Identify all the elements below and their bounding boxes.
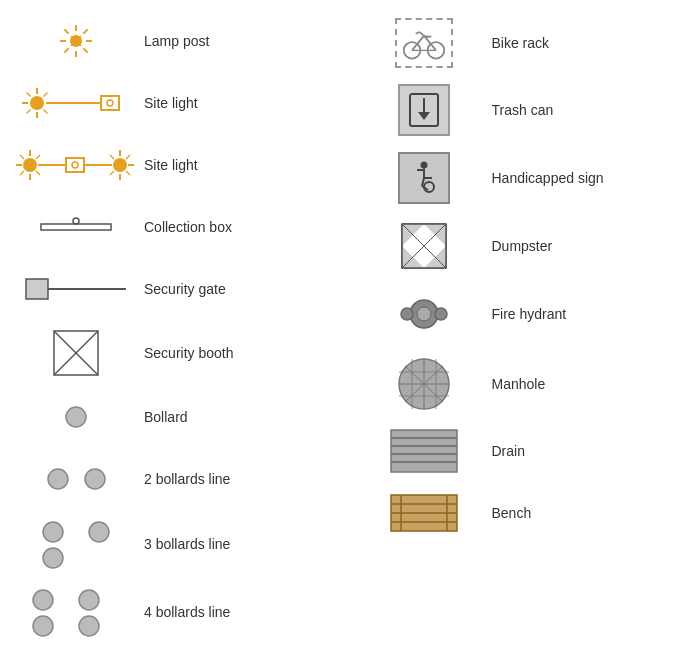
bollards-2-label: 2 bollards line: [136, 471, 332, 487]
trash-can-icon: [364, 84, 484, 136]
collection-box-icon: [16, 213, 136, 241]
svg-point-66: [33, 616, 53, 636]
svg-point-61: [43, 522, 63, 542]
svg-point-100: [401, 308, 413, 320]
manhole-icon: [364, 356, 484, 412]
list-item: Site light: [0, 134, 348, 196]
svg-rect-23: [101, 96, 119, 110]
svg-line-18: [44, 93, 48, 97]
drain-icon: [364, 428, 484, 474]
security-gate-icon: [16, 269, 136, 309]
bike-rack-icon: [364, 18, 484, 68]
bollard-icon: [16, 403, 136, 431]
list-item: Trash can: [348, 76, 696, 144]
bollards-4-icon: [16, 586, 136, 638]
list-item: 2 bollards line: [0, 448, 348, 510]
list-item: Fire hydrant: [348, 280, 696, 348]
svg-line-31: [36, 171, 40, 175]
svg-line-7: [83, 29, 87, 33]
bollards-4-label: 4 bollards line: [136, 604, 332, 620]
svg-point-52: [73, 218, 79, 224]
list-item: Manhole: [348, 348, 696, 420]
svg-marker-79: [418, 112, 430, 120]
svg-point-101: [435, 308, 447, 320]
svg-point-62: [89, 522, 109, 542]
list-item: Lamp post: [0, 10, 348, 72]
bollards-2-icon: [16, 465, 136, 493]
bike-rack-label: Bike rack: [484, 35, 680, 51]
list-item: Handicapped sign: [348, 144, 696, 212]
svg-rect-53: [26, 279, 48, 299]
svg-line-30: [20, 155, 24, 159]
fire-hydrant-icon: [364, 288, 484, 340]
security-booth-label: Security booth: [136, 345, 332, 361]
svg-line-46: [126, 171, 130, 175]
svg-line-32: [36, 155, 40, 159]
site-light-double-label: Site light: [136, 157, 332, 173]
svg-line-47: [126, 155, 130, 159]
dumpster-label: Dumpster: [484, 238, 680, 254]
svg-line-48: [110, 171, 114, 175]
svg-point-67: [79, 616, 99, 636]
bollards-3-label: 3 bollards line: [136, 536, 332, 552]
collection-box-label: Collection box: [136, 219, 332, 235]
lamp-post-label: Lamp post: [136, 33, 332, 49]
svg-rect-51: [41, 224, 111, 230]
svg-point-99: [417, 307, 431, 321]
site-light-double-icon: [16, 145, 136, 185]
svg-line-6: [83, 48, 87, 52]
svg-line-33: [20, 171, 24, 175]
list-item: Collection box: [0, 196, 348, 258]
lamp-post-icon: [16, 23, 136, 59]
svg-point-58: [66, 407, 86, 427]
svg-point-38: [72, 162, 78, 168]
list-item: Drain: [348, 420, 696, 482]
drain-label: Drain: [484, 443, 680, 459]
svg-line-74: [415, 32, 419, 34]
svg-line-45: [110, 155, 114, 159]
list-item: 3 bollards line: [0, 510, 348, 578]
svg-point-65: [79, 590, 99, 610]
svg-rect-111: [391, 430, 457, 472]
svg-line-8: [64, 48, 68, 52]
list-item: 4 bollards line: [0, 578, 348, 646]
site-light-single-label: Site light: [136, 95, 332, 111]
left-column: Lamp post: [0, 10, 348, 646]
svg-point-24: [107, 100, 113, 106]
svg-line-5: [64, 29, 68, 33]
dumpster-icon: [364, 220, 484, 272]
svg-line-17: [44, 110, 48, 114]
svg-line-16: [27, 93, 31, 97]
handicapped-sign-label: Handicapped sign: [484, 170, 680, 186]
list-item: Bollard: [0, 386, 348, 448]
fire-hydrant-label: Fire hydrant: [484, 306, 680, 322]
bench-icon: [364, 493, 484, 533]
handicapped-sign-icon: [364, 152, 484, 204]
list-item: Bench: [348, 482, 696, 544]
list-item: Site light: [0, 72, 348, 134]
security-booth-icon: [16, 328, 136, 378]
bollard-label: Bollard: [136, 409, 332, 425]
list-item: Bike rack: [348, 10, 696, 76]
svg-point-63: [43, 548, 63, 568]
svg-rect-37: [66, 158, 84, 172]
site-light-single-icon: [16, 83, 136, 123]
bollards-3-icon: [16, 518, 136, 570]
svg-point-64: [33, 590, 53, 610]
svg-point-59: [48, 469, 68, 489]
legend-grid: Lamp post: [0, 0, 695, 656]
svg-line-19: [27, 110, 31, 114]
right-column: Bike rack Trash can: [348, 10, 696, 646]
svg-point-80: [420, 162, 427, 169]
list-item: Dumpster: [348, 212, 696, 280]
trash-can-label: Trash can: [484, 102, 680, 118]
list-item: Security booth: [0, 320, 348, 386]
list-item: Security gate: [0, 258, 348, 320]
manhole-label: Manhole: [484, 376, 680, 392]
svg-line-73: [419, 32, 424, 36]
svg-point-86: [424, 182, 434, 192]
security-gate-label: Security gate: [136, 281, 332, 297]
bench-label: Bench: [484, 505, 680, 521]
svg-point-60: [85, 469, 105, 489]
